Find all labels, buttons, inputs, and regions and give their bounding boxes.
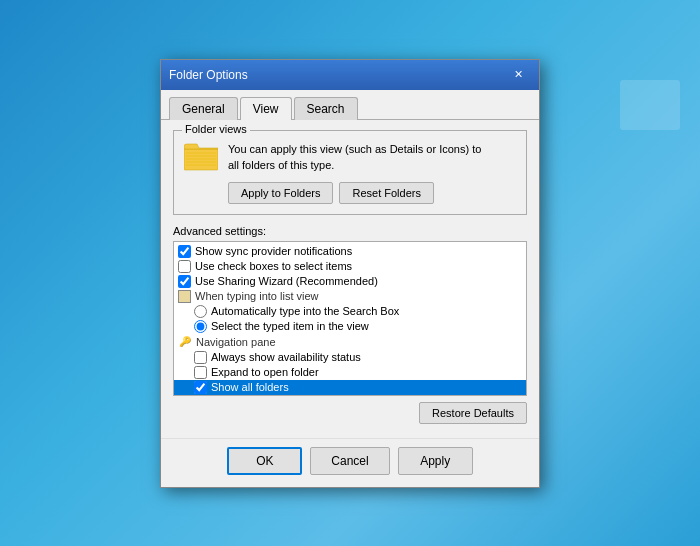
folder-views-text-line2: all folders of this type. [228, 157, 481, 174]
restore-defaults-button[interactable]: Restore Defaults [419, 402, 527, 424]
tabs-area: General View Search [161, 90, 539, 120]
sharing-wizard-checkbox[interactable] [178, 275, 191, 288]
apply-button[interactable]: Apply [398, 447, 473, 475]
folder-views-text-line1: You can apply this view (such as Details… [228, 141, 481, 158]
nav-pane-icon: 🔑 [178, 335, 192, 349]
select-typed-label: Select the typed item in the view [211, 320, 369, 332]
list-item: When typing into list view [174, 289, 526, 304]
folder-options-dialog: Folder Options ✕ General View Search Fol… [160, 59, 540, 488]
list-item: Automatically type into the Search Box [174, 304, 526, 319]
show-availability-checkbox[interactable] [194, 351, 207, 364]
show-all-folders-label: Show all folders [211, 381, 289, 393]
check-boxes-checkbox[interactable] [178, 260, 191, 273]
ok-button[interactable]: OK [227, 447, 302, 475]
restore-defaults-row: Restore Defaults [173, 402, 527, 424]
sync-provider-checkbox[interactable] [178, 245, 191, 258]
advanced-settings-section: Advanced settings: Show sync provider no… [173, 225, 527, 424]
dialog-content: Folder views You can apply this view [161, 120, 539, 438]
folder-views-section: Folder views You can apply this view [173, 130, 527, 215]
folder-views-label: Folder views [182, 123, 250, 135]
folder-views-description: You can apply this view (such as Details… [228, 141, 481, 204]
settings-list[interactable]: Show sync provider notifications Use che… [173, 241, 527, 396]
folder-icon [184, 141, 218, 171]
list-item: Show libraries [174, 395, 526, 396]
advanced-settings-label: Advanced settings: [173, 225, 527, 237]
dialog-title: Folder Options [169, 68, 248, 82]
tab-search[interactable]: Search [294, 97, 358, 120]
expand-to-open-label: Expand to open folder [211, 366, 319, 378]
cancel-button[interactable]: Cancel [310, 447, 389, 475]
list-item: Expand to open folder [174, 365, 526, 380]
select-typed-radio[interactable] [194, 320, 207, 333]
typing-folder-icon [178, 290, 191, 303]
typing-header-label: When typing into list view [195, 290, 319, 302]
tab-view[interactable]: View [240, 97, 292, 120]
title-bar-controls: ✕ [505, 66, 531, 84]
list-item: Show all folders [174, 380, 526, 395]
nav-pane-label: Navigation pane [196, 336, 276, 348]
title-bar: Folder Options ✕ [161, 60, 539, 90]
tab-general[interactable]: General [169, 97, 238, 120]
folder-views-content: You can apply this view (such as Details… [184, 141, 516, 204]
show-availability-label: Always show availability status [211, 351, 361, 363]
check-boxes-label: Use check boxes to select items [195, 260, 352, 272]
close-button[interactable]: ✕ [505, 66, 531, 84]
list-item: Select the typed item in the view [174, 319, 526, 334]
show-all-folders-checkbox[interactable] [194, 381, 207, 394]
bottom-buttons: OK Cancel Apply [161, 438, 539, 487]
list-item: Use Sharing Wizard (Recommended) [174, 274, 526, 289]
list-item: Always show availability status [174, 350, 526, 365]
sharing-wizard-label: Use Sharing Wizard (Recommended) [195, 275, 378, 287]
sync-provider-label: Show sync provider notifications [195, 245, 352, 257]
auto-type-radio[interactable] [194, 305, 207, 318]
apply-to-folders-button[interactable]: Apply to Folders [228, 182, 333, 204]
folder-views-buttons: Apply to Folders Reset Folders [228, 182, 481, 204]
list-item: 🔑 Navigation pane [174, 334, 526, 350]
expand-to-open-checkbox[interactable] [194, 366, 207, 379]
auto-type-label: Automatically type into the Search Box [211, 305, 399, 317]
reset-folders-button[interactable]: Reset Folders [339, 182, 433, 204]
list-item: Show sync provider notifications [174, 244, 526, 259]
svg-rect-0 [184, 149, 218, 170]
list-item: Use check boxes to select items [174, 259, 526, 274]
